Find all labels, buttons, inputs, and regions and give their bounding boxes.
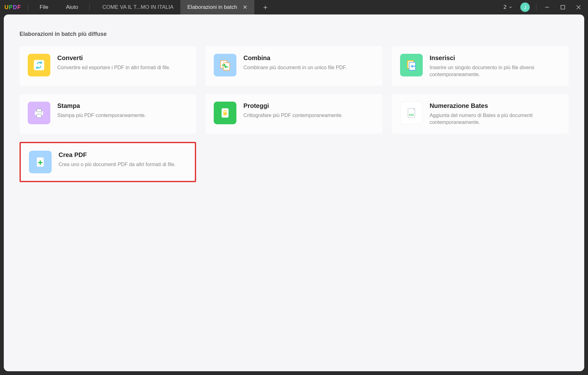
svg-rect-1: [561, 5, 565, 9]
cards-grid: Converti Convertire ed esportare i PDF i…: [20, 46, 568, 182]
print-icon: [28, 102, 50, 124]
app-logo: UPDF: [0, 4, 25, 11]
svg-rect-13: [37, 109, 42, 112]
card-title: Numerazione Bates: [430, 102, 560, 109]
svg-point-15: [41, 112, 42, 113]
divider: [536, 4, 536, 11]
card-title: Crea PDF: [59, 151, 187, 159]
card-title: Inserisci: [430, 54, 560, 62]
card-combine[interactable]: Combina Combinare più documenti in un un…: [206, 46, 382, 86]
maximize-icon: [561, 5, 565, 9]
card-title: Proteggi: [243, 102, 374, 109]
card-desc: Stampa più PDF contemporaneamente.: [57, 112, 188, 119]
card-desc: Convertire ed esportare i PDF in altri f…: [57, 64, 188, 71]
tab-label: COME VA IL T...MO IN ITALIA: [102, 4, 173, 10]
avatar-initial: J: [524, 5, 526, 10]
tab-document[interactable]: COME VA IL T...MO IN ITALIA: [95, 0, 180, 14]
avatar[interactable]: J: [520, 3, 530, 12]
card-title: Combina: [243, 54, 374, 62]
count-label: 2: [504, 4, 506, 10]
card-desc: Aggiunta del numero di Bates a più docum…: [430, 112, 560, 126]
lock-icon: [214, 102, 236, 124]
tab-label: Elaborazioni in batch: [187, 4, 237, 10]
svg-text:012: 012: [409, 113, 414, 116]
divider: [28, 4, 28, 11]
svg-rect-4: [34, 60, 44, 70]
card-title: Converti: [57, 54, 188, 62]
section-title: Elaborazioni in batch più diffuse: [20, 31, 568, 37]
card-desc: Crea uno o più documenti PDF da altri fo…: [59, 161, 187, 168]
bates-icon: 012: [400, 102, 423, 124]
card-create-pdf[interactable]: Crea PDF Crea uno o più documenti PDF da…: [20, 142, 196, 182]
svg-rect-17: [223, 112, 227, 115]
insert-icon: [400, 54, 423, 76]
close-button[interactable]: [572, 0, 585, 14]
titlebar-right: 2 J: [500, 0, 588, 14]
svg-rect-14: [37, 114, 42, 117]
card-desc: Combinare più documenti in un unico file…: [243, 64, 374, 71]
combine-icon: [214, 54, 236, 76]
maximize-button[interactable]: [556, 0, 570, 14]
card-desc: Inserire un singolo documento in più fil…: [430, 64, 560, 78]
card-title: Stampa: [57, 102, 188, 109]
tab-count-dropdown[interactable]: 2: [500, 4, 516, 10]
card-bates[interactable]: 012 Numerazione Bates Aggiunta del numer…: [392, 94, 568, 134]
create-pdf-icon: [29, 151, 52, 173]
minimize-icon: [545, 5, 549, 9]
card-insert[interactable]: Inserisci Inserire un singolo documento …: [392, 46, 568, 86]
convert-icon: [28, 54, 50, 76]
card-print[interactable]: Stampa Stampa più PDF contemporaneamente…: [20, 94, 196, 134]
divider: [89, 4, 90, 11]
minimize-button[interactable]: [540, 0, 554, 14]
card-desc: Crittografare più PDF contemporaneamente…: [243, 112, 374, 119]
menu-file[interactable]: File: [31, 0, 57, 14]
tab-strip: COME VA IL T...MO IN ITALIA Elaborazioni…: [95, 0, 500, 14]
card-protect[interactable]: Proteggi Crittografare più PDF contempor…: [206, 94, 382, 134]
titlebar: UPDF File Aiuto COME VA IL T...MO IN ITA…: [0, 0, 588, 14]
card-convert[interactable]: Converti Convertire ed esportare i PDF i…: [20, 46, 196, 86]
chevron-down-icon: [508, 5, 513, 9]
add-tab-button[interactable]: ＋: [259, 3, 272, 12]
close-icon: [576, 5, 581, 9]
menu-help[interactable]: Aiuto: [57, 0, 87, 14]
main-content: Elaborazioni in batch più diffuse Conver…: [4, 14, 584, 371]
tab-batch[interactable]: Elaborazioni in batch ✕: [180, 0, 254, 14]
close-icon[interactable]: ✕: [243, 4, 247, 11]
